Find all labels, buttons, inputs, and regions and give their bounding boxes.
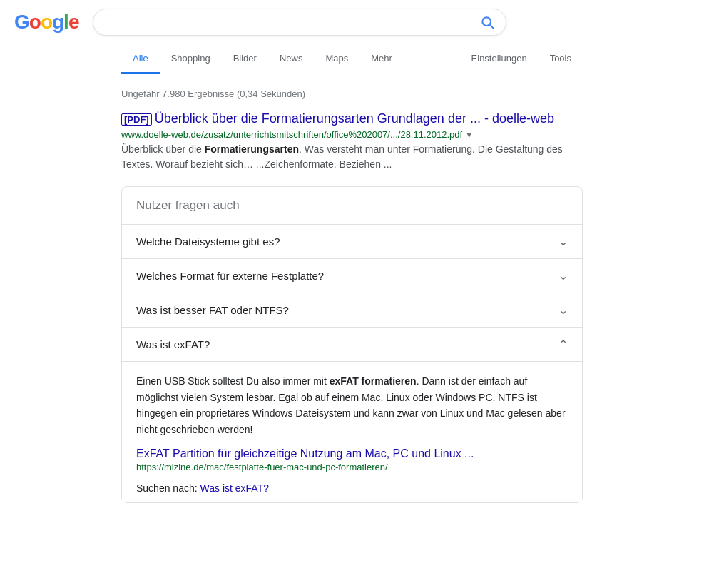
chevron-down-icon-2: ⌄ [558, 269, 568, 283]
tab-einstellungen[interactable]: Einstellungen [460, 44, 539, 74]
paa-question-1[interactable]: Welche Dateisysteme gibt es? ⌄ [122, 225, 582, 258]
paa-answer-link-url: https://mizine.de/mac/festplatte-fuer-ma… [136, 462, 568, 472]
paa-item-2: Welches Format für externe Festplatte? ⌄ [122, 258, 582, 293]
snippet-text-before: Überblick über die [121, 143, 205, 155]
tab-shopping[interactable]: Shopping [160, 44, 222, 74]
paa-answer-4: Einen USB Stick solltest Du also immer m… [122, 361, 582, 502]
pdf-badge: [PDF] [121, 113, 152, 126]
paa-question-4[interactable]: Was ist exFAT? ⌃ [122, 328, 582, 361]
nav-right: Einstellungen Tools [460, 44, 583, 74]
paa-answer-link-title[interactable]: ExFAT Partition für gleichzeitige Nutzun… [136, 447, 568, 460]
paa-box: Nutzer fragen auch Welche Dateisysteme g… [121, 186, 583, 503]
paa-title: Nutzer fragen auch [122, 187, 582, 224]
snippet-bold: Formatierungsarten [205, 143, 299, 155]
answer-text-bold: exFAT formatieren [330, 375, 417, 387]
search-input[interactable]: welche formatierungsarten gibt es [105, 16, 480, 29]
paa-question-text-1: Welche Dateisysteme gibt es? [136, 235, 280, 248]
answer-text-before: Einen USB Stick solltest Du also immer m… [136, 375, 330, 387]
tab-news[interactable]: News [268, 44, 315, 74]
paa-question-3[interactable]: Was ist besser FAT oder NTFS? ⌄ [122, 293, 582, 327]
search-after-link[interactable]: Was ist exFAT? [200, 482, 269, 494]
result-title-link[interactable]: Überblick über die Formatierungsarten Gr… [155, 111, 554, 126]
tab-maps[interactable]: Maps [314, 44, 359, 74]
tab-tools[interactable]: Tools [539, 44, 583, 74]
tab-bilder[interactable]: Bilder [222, 44, 268, 74]
paa-item-1: Welche Dateisysteme gibt es? ⌄ [122, 224, 582, 258]
result-title-line: [PDF]Überblick über die Formatierungsart… [121, 111, 583, 127]
svg-line-1 [490, 25, 494, 29]
search-button[interactable] [480, 15, 494, 29]
paa-answer-text: Einen USB Stick solltest Du also immer m… [136, 373, 568, 437]
paa-question-text-2: Welches Format für externe Festplatte? [136, 270, 324, 282]
tab-alle[interactable]: Alle [121, 44, 160, 74]
search-bar: welche formatierungsarten gibt es [93, 9, 506, 36]
search-icon [480, 15, 494, 29]
chevron-up-icon-4: ⌃ [558, 338, 568, 351]
tab-mehr[interactable]: Mehr [359, 44, 404, 74]
results-count: Ungefähr 7.980 Ergebnisse (0,34 Sekunden… [121, 88, 583, 99]
paa-search-after: Suchen nach: Was ist exFAT? [136, 482, 568, 494]
paa-question-2[interactable]: Welches Format für externe Festplatte? ⌄ [122, 259, 582, 293]
result-url-text: www.doelle-web.de/zusatz/unterrichtsmits… [121, 129, 462, 140]
search-after-label: Suchen nach: [136, 482, 200, 494]
paa-item-3: Was ist besser FAT oder NTFS? ⌄ [122, 293, 582, 327]
result-url: www.doelle-web.de/zusatz/unterrichtsmits… [121, 129, 583, 140]
nav-tabs: Alle Shopping Bilder News Maps Mehr Eins… [0, 44, 704, 74]
google-logo[interactable]: Google [14, 11, 78, 34]
paa-question-text-4: Was ist exFAT? [136, 338, 210, 350]
header: Google welche formatierungsarten gibt es [0, 0, 704, 44]
paa-question-text-3: Was ist besser FAT oder NTFS? [136, 304, 289, 316]
result-snippet: Überblick über die Formatierungsarten. W… [121, 142, 583, 172]
result-url-arrow: ▼ [465, 131, 473, 139]
chevron-down-icon-1: ⌄ [558, 235, 568, 248]
results-area: Ungefähr 7.980 Ergebnisse (0,34 Sekunden… [0, 74, 704, 532]
result-item: [PDF]Überblick über die Formatierungsart… [121, 111, 583, 172]
chevron-down-icon-3: ⌄ [558, 303, 568, 317]
paa-item-4: Was ist exFAT? ⌃ Einen USB Stick solltes… [122, 327, 582, 502]
